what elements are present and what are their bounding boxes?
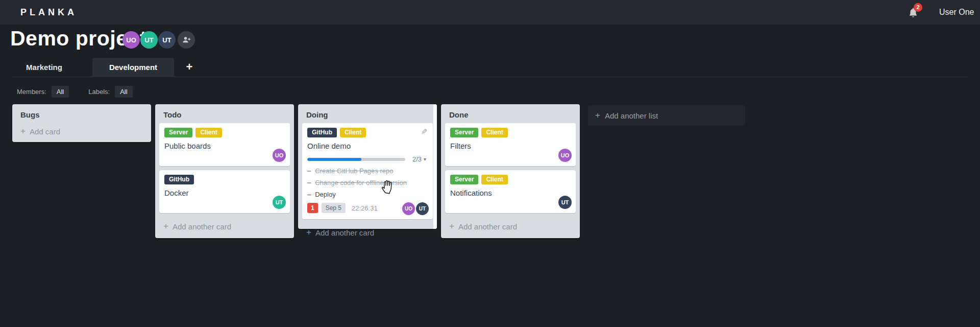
add-card-button[interactable]: + Add another card	[298, 223, 437, 244]
card-docker[interactable]: GitHub Docker UT	[159, 170, 290, 213]
task-item[interactable]: – Deploy	[307, 191, 428, 198]
progress-count[interactable]: 2/3	[412, 155, 422, 163]
avatar[interactable]: UT	[158, 31, 176, 49]
list-todo: Todo Server Client Public boards UO GitH…	[155, 104, 294, 238]
add-board-button[interactable]: +	[181, 58, 198, 77]
card-title: Public boards	[164, 142, 285, 150]
due-date-badge[interactable]: Sep 5	[322, 203, 346, 213]
edit-card-icon[interactable]: ✎	[421, 127, 428, 136]
add-user-icon	[182, 35, 191, 44]
list-done: Done Server Client Filters UO Server Cli…	[441, 104, 580, 238]
add-card-label: Add another card	[173, 222, 231, 231]
avatar[interactable]: UT	[140, 31, 158, 49]
card-title: Online demo	[307, 142, 428, 150]
card-title: Notifications	[450, 189, 571, 197]
card-label: Server	[164, 128, 192, 137]
dash-icon: –	[307, 167, 311, 175]
list-scrollbar[interactable]	[433, 104, 437, 229]
add-list-label: Add another list	[605, 111, 658, 120]
plus-icon: +	[595, 110, 600, 121]
due-count-badge[interactable]: 1	[307, 203, 318, 213]
add-list-button[interactable]: + Add another list	[588, 105, 745, 126]
board-tabs: Marketing Development +	[12, 58, 968, 77]
top-bar: PLANKA 2 User One	[0, 0, 980, 25]
current-user-menu[interactable]: User One	[939, 0, 974, 25]
card-label: Client	[481, 175, 507, 184]
card-label: Client	[195, 128, 222, 137]
tasks-progress: 2/3 ▾	[307, 155, 428, 163]
task-text: Change code for offline version	[315, 179, 407, 186]
task-text: Deploy	[315, 191, 335, 198]
card-public-boards[interactable]: Server Client Public boards UO	[159, 123, 290, 166]
card-online-demo[interactable]: GitHub Client ✎ Online demo 2/3 ▾ – Crea…	[302, 123, 433, 219]
card-label: Server	[450, 128, 478, 137]
avatar[interactable]: UO	[558, 149, 572, 162]
card-label: GitHub	[164, 175, 194, 184]
avatar[interactable]: UT	[558, 196, 572, 209]
card-filters[interactable]: Server Client Filters UO	[445, 123, 576, 166]
plus-icon: +	[20, 126, 26, 136]
add-card-button[interactable]: + Add card	[12, 122, 151, 143]
notification-count-badge: 2	[914, 3, 922, 12]
list-doing: Doing GitHub Client ✎ Online demo 2/3 ▾ …	[298, 104, 437, 229]
card-label: Client	[481, 128, 507, 137]
dash-icon: –	[307, 191, 311, 198]
labels-filter-value[interactable]: All	[115, 86, 132, 98]
filter-bar: Members: All Labels: All	[17, 85, 133, 98]
task-item[interactable]: – Change code for offline version	[307, 179, 428, 186]
app-screen: PLANKA 2 User One Demo project UO UT UT …	[0, 0, 980, 327]
add-member-button[interactable]	[178, 31, 195, 49]
card-label: Client	[340, 128, 366, 137]
planka-logo[interactable]: PLANKA	[20, 0, 77, 25]
list-name[interactable]: Bugs	[12, 104, 151, 122]
project-members: UO UT UT	[122, 31, 195, 49]
avatar[interactable]: UT	[273, 196, 286, 209]
chevron-down-icon[interactable]: ▾	[424, 156, 426, 162]
labels-filter-label: Labels:	[88, 88, 110, 96]
card-title: Docker	[164, 189, 285, 197]
list-bugs: Bugs + Add card	[12, 104, 151, 142]
notifications-button[interactable]: 2	[908, 5, 923, 20]
list-name[interactable]: Doing	[298, 104, 437, 122]
add-card-label: Add another card	[458, 222, 517, 231]
plus-icon: +	[306, 227, 311, 238]
tab-marketing[interactable]: Marketing	[12, 58, 76, 77]
progress-fill	[307, 158, 361, 161]
task-item[interactable]: – Create GitHub Pages repo	[307, 167, 428, 175]
card-notifications[interactable]: Server Client Notifications UT	[445, 170, 576, 213]
plus-icon: +	[449, 221, 454, 231]
avatar[interactable]: UT	[416, 202, 429, 215]
plus-icon: +	[163, 221, 168, 231]
progress-bar	[307, 158, 405, 161]
avatar[interactable]: UO	[273, 149, 286, 162]
card-title: Filters	[450, 142, 571, 150]
members-filter-label: Members:	[17, 88, 46, 96]
list-name[interactable]: Todo	[155, 104, 294, 122]
add-card-label: Add card	[30, 127, 60, 136]
task-text: Create GitHub Pages repo	[315, 167, 393, 175]
avatar[interactable]: UO	[402, 202, 415, 215]
dash-icon: –	[307, 179, 311, 186]
list-name[interactable]: Done	[441, 104, 580, 122]
card-members: UO UT	[401, 202, 429, 215]
timer-value[interactable]: 22:26:31	[352, 204, 378, 212]
add-card-button[interactable]: + Add another card	[441, 217, 580, 238]
add-card-button[interactable]: + Add another card	[155, 217, 294, 238]
card-label: Server	[450, 175, 478, 184]
members-filter-value[interactable]: All	[52, 86, 69, 98]
card-label: GitHub	[307, 128, 337, 137]
add-card-label: Add another card	[315, 228, 374, 237]
avatar[interactable]: UO	[122, 31, 140, 49]
tab-development[interactable]: Development	[92, 58, 174, 77]
